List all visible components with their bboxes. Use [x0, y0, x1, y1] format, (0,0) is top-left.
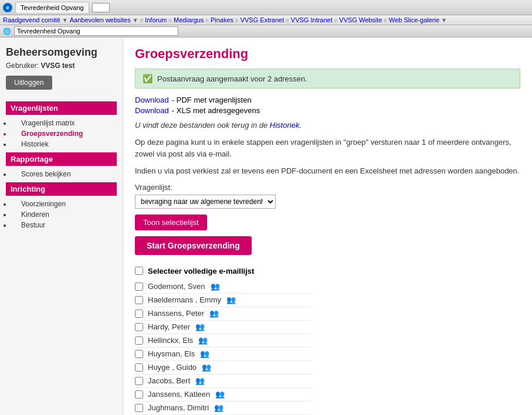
email-checkbox-4[interactable] [135, 336, 143, 345]
email-list-row: Jughmans, Dimitri👥 [135, 402, 311, 415]
email-name-6: Huyge , Guido [148, 363, 196, 372]
person-icon-5: 👥 [199, 349, 210, 359]
email-list-row: Huyge , Guido👥 [135, 361, 311, 375]
email-list-section: Selecteer volledige e-maillijst Godemont… [135, 267, 520, 416]
success-icon: ✅ [143, 74, 153, 83]
success-message: Postaanvraag aangemaakt voor 2 adressen. [157, 74, 307, 83]
new-tab-area[interactable] [92, 3, 110, 12]
main-content: Groepsverzending ✅ Postaanvraag aangemaa… [123, 38, 532, 415]
email-name-5: Huysman, Els [148, 349, 195, 358]
sidebar: Beheersomgeving Gebruiker: VVSG test Uit… [0, 38, 123, 415]
nav-vvsg-intranet[interactable]: VVSG Intranet [291, 16, 333, 23]
sidebar-item-vragenlijst-matrix[interactable]: Vragenlijst matrix [12, 118, 117, 128]
nav-aanbevolen[interactable]: Aanbevolen websites [70, 16, 131, 23]
sidebar-item-bestuur[interactable]: Bestuur [12, 220, 117, 230]
browser-chrome: e Tevredenheid Opvang [0, 0, 532, 15]
start-groepsverzending-button[interactable]: Start Groepsverzending [135, 236, 252, 255]
download-xls-link[interactable]: Download [135, 106, 169, 115]
download-xls-line: Download - XLS met adresgegevens [135, 106, 520, 115]
person-icon-6: 👥 [201, 362, 212, 373]
vragenlijst-select[interactable]: bevraging naar uw algemene tevredenhei [135, 195, 276, 209]
sidebar-item-scores[interactable]: Scores bekijken [12, 169, 117, 179]
email-checkbox-9[interactable] [135, 404, 143, 412]
address-bar: 🌐 [0, 25, 532, 38]
email-name-4: Hellinckx, Els [148, 336, 193, 345]
nav-inforum[interactable]: Inforum [145, 16, 167, 23]
select-all-row: Selecteer volledige e-maillijst [135, 267, 520, 275]
email-checkbox-0[interactable] [135, 283, 143, 291]
sidebar-item-kinderen[interactable]: Kinderen [12, 209, 117, 220]
person-icon-7: 👥 [195, 376, 205, 386]
nav-vvsg-website[interactable]: VVSG Website [339, 16, 382, 23]
email-list-row: Jacobs, Bert👥 [135, 375, 311, 388]
nav-pinakes[interactable]: Pinakes [211, 16, 233, 23]
ie-icon: e [3, 3, 12, 12]
browser-tab[interactable]: Tevredenheid Opvang [15, 2, 89, 13]
address-icon: 🌐 [3, 28, 11, 35]
email-name-7: Jacobs, Bert [148, 376, 190, 385]
sidebar-item-groepsverzending[interactable]: Groepsverzending [12, 128, 117, 139]
select-all-checkbox[interactable] [135, 267, 143, 275]
download-pdf-line: Download - PDF met vragenlijsten [135, 96, 520, 104]
nav-web-slice[interactable]: Web Slice-galerie [389, 16, 439, 23]
email-name-8: Janssens, Katleen [148, 390, 210, 399]
email-checkbox-6[interactable] [135, 363, 143, 372]
email-name-9: Jughmans, Dimitri [148, 403, 209, 412]
nav-vvsg-extranet[interactable]: VVSG Extranet [240, 16, 284, 23]
email-list-row: Hanssens, Peter👥 [135, 307, 311, 321]
email-list-row: Janssens, Katleen👥 [135, 388, 311, 402]
email-list-row: Hellinckx, Els👥 [135, 334, 311, 348]
description2: Indien u via post verkiest zal er tevens… [135, 165, 520, 177]
nav-mediargus[interactable]: Mediargus [174, 16, 204, 23]
email-checkbox-1[interactable] [135, 296, 143, 304]
person-icon-9: 👥 [214, 403, 224, 413]
email-name-2: Hanssens, Peter [148, 309, 204, 318]
success-banner: ✅ Postaanvraag aangemaakt voor 2 adresse… [135, 69, 520, 89]
email-list-row: Huysman, Els👥 [135, 348, 311, 361]
select-all-label: Selecteer volledige e-maillijst [148, 267, 254, 275]
email-name-1: Haeldermans , Emmy [148, 295, 221, 304]
description1: Op deze pagina kunt u in enkele stappen … [135, 137, 520, 159]
email-checkbox-3[interactable] [135, 323, 143, 331]
sidebar-item-historiek[interactable]: Historiek [12, 139, 117, 149]
download-xls-text: - XLS met adresgegevens [172, 106, 260, 115]
sidebar-item-voorzieningen[interactable]: Voorzieningen [12, 199, 117, 209]
nav-bar: Raadgevend comité ▼ Aanbevolen websites … [0, 15, 532, 25]
page-container: Beheersomgeving Gebruiker: VVSG test Uit… [0, 38, 532, 415]
sidebar-section-vragenlijsten[interactable]: Vragenlijsten [6, 101, 117, 115]
person-icon-8: 👥 [215, 389, 225, 400]
sidebar-user: Gebruiker: VVSG test [6, 62, 117, 70]
historiek-note: U vindt deze bestanden ook terug in de H… [135, 121, 520, 130]
email-checkbox-8[interactable] [135, 390, 143, 399]
person-icon-1: 👥 [226, 295, 236, 305]
email-name-0: Godemont, Sven [148, 282, 205, 291]
email-list-row: Haeldermans , Emmy👥 [135, 294, 311, 307]
vragenlijst-label: Vragenlijst: [135, 183, 520, 192]
person-icon-0: 👥 [210, 281, 221, 292]
email-checkbox-2[interactable] [135, 309, 143, 318]
download-pdf-text: - PDF met vragenlijsten [172, 96, 252, 104]
person-icon-3: 👥 [195, 322, 205, 332]
toon-selectielijst-button[interactable]: Toon selectielijst [135, 215, 207, 230]
person-icon-2: 👥 [209, 308, 219, 319]
sidebar-section-inrichting[interactable]: Inrichting [6, 182, 117, 196]
email-checkbox-5[interactable] [135, 350, 143, 358]
email-list-row: Godemont, Sven👥 [135, 280, 311, 294]
email-list-container: Godemont, Sven👥Haeldermans , Emmy👥Hansse… [135, 280, 520, 416]
download-links: Download - PDF met vragenlijsten Downloa… [135, 96, 520, 115]
sidebar-section-rapportage[interactable]: Rapportage [6, 152, 117, 166]
nav-raadgevend[interactable]: Raadgevend comité [3, 16, 60, 23]
email-list-row: Hardy, Peter👥 [135, 321, 311, 334]
email-checkbox-7[interactable] [135, 377, 143, 385]
logout-button[interactable]: Uitloggen [6, 76, 52, 90]
sidebar-title: Beheersomgeving [6, 46, 117, 59]
person-icon-4: 👥 [198, 335, 208, 346]
email-name-3: Hardy, Peter [148, 322, 190, 331]
address-input[interactable] [14, 26, 178, 36]
historiek-link[interactable]: Historiek [270, 121, 300, 130]
download-pdf-link[interactable]: Download [135, 96, 169, 104]
page-title: Groepsverzending [135, 46, 520, 62]
